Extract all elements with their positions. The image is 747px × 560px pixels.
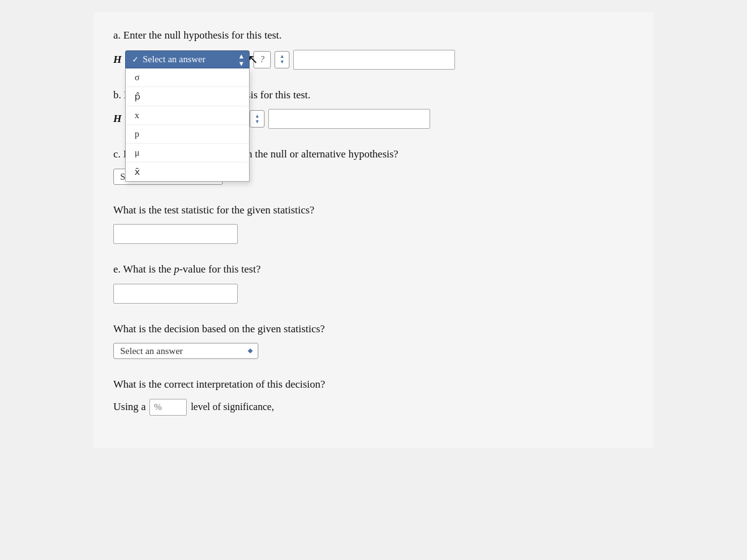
dropdown-a-menu: σ p̂ x p μ x̄ <box>125 68 250 182</box>
hypothesis-b-prefix: H <box>113 113 121 125</box>
dropdown-a-selected-text: Select an answer <box>143 54 205 65</box>
question-a: a. Enter the null hypothesis for this te… <box>113 27 634 70</box>
spinner-a[interactable]: ▲ ▼ <box>275 51 289 68</box>
question-e-pvalue: p <box>174 263 179 275</box>
question-f-inputs: Select an answer Reject the null hypothe… <box>113 343 634 359</box>
dropdown-item-xbar[interactable]: x̄ <box>126 162 249 181</box>
question-a-text: Enter the null hypothesis for this test. <box>123 29 282 41</box>
question-a-label: a. Enter the null hypothesis for this te… <box>113 27 634 44</box>
question-e-text-end: -value for this test? <box>179 263 261 275</box>
main-container: a. Enter the null hypothesis for this te… <box>93 12 654 448</box>
question-e: e. What is the p-value for this test? <box>113 261 634 304</box>
down-arrow-icon: ▼ <box>280 60 284 65</box>
input-b[interactable] <box>268 109 430 129</box>
question-e-inputs <box>113 284 634 304</box>
question-d-inputs <box>113 224 634 244</box>
question-d-text: What is the test statistic for the given… <box>113 204 314 216</box>
checkmark-icon: ✓ <box>132 55 139 65</box>
question-f-label: What is the decision based on the given … <box>113 321 634 337</box>
question-f-text: What is the decision based on the given … <box>113 323 325 335</box>
question-d: What is the test statistic for the given… <box>113 202 634 245</box>
dropdown-a-arrow-icon: ▲▼ <box>238 52 245 67</box>
down-arrow-b-icon: ▼ <box>255 119 260 124</box>
dropdown-f[interactable]: Select an answer Reject the null hypothe… <box>113 343 258 359</box>
dropdown-item-sigma[interactable]: σ <box>126 68 249 87</box>
question-g-label: What is the correct interpretation of th… <box>113 376 634 393</box>
dropdown-a-container[interactable]: ✓ Select an answer ▲▼ ↖ σ p̂ x p μ x̄ <box>125 50 250 68</box>
up-arrow-b-icon: ▲ <box>255 114 260 119</box>
using-label: Using a <box>113 401 146 413</box>
question-e-text-start: e. What is the <box>113 263 174 275</box>
question-g-text: What is the correct interpretation of th… <box>113 378 325 390</box>
dropdown-item-mu[interactable]: μ <box>126 144 249 162</box>
question-d-label: What is the test statistic for the given… <box>113 202 634 218</box>
hypothesis-a-prefix: H <box>113 54 121 66</box>
input-a[interactable] <box>293 50 455 70</box>
question-g: What is the correct interpretation of th… <box>113 376 634 416</box>
spinner-b[interactable]: ▲ ▼ <box>250 110 265 128</box>
question-a-inputs: H ✓ Select an answer ▲▼ ↖ σ p̂ x p <box>113 50 634 70</box>
question-g-inputs: Using a level of significance, <box>113 399 634 416</box>
continuation-text: level of significance, <box>190 401 274 413</box>
dropdown-a-selected[interactable]: ✓ Select an answer ▲▼ <box>125 50 250 68</box>
question-e-label: e. What is the p-value for this test? <box>113 261 634 278</box>
input-d[interactable] <box>113 224 238 244</box>
question-mark-a: ? <box>253 51 271 68</box>
question-f: What is the decision based on the given … <box>113 321 634 360</box>
dropdown-item-x[interactable]: x <box>126 106 249 125</box>
question-a-prefix: a. <box>113 29 121 41</box>
dropdown-item-phat[interactable]: p̂ <box>126 87 249 106</box>
up-arrow-icon: ▲ <box>280 54 284 59</box>
percent-input-g[interactable] <box>149 399 187 416</box>
dropdown-item-p[interactable]: p <box>126 125 249 144</box>
input-e[interactable] <box>113 284 238 304</box>
